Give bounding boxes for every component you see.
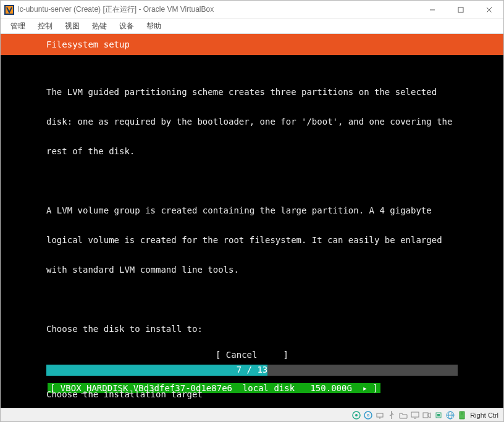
net-icon[interactable] (375, 410, 385, 420)
menu-manage[interactable]: 管理 (4, 19, 32, 34)
virtualbox-icon (4, 5, 14, 15)
cpu-icon[interactable] (434, 410, 443, 420)
svg-point-6 (355, 414, 358, 416)
para1-line3: rest of the disk. (1, 146, 503, 156)
menu-devices[interactable]: 设备 (113, 19, 140, 34)
maximize-button[interactable] (447, 1, 475, 19)
para1-line2: disk: one as required by the bootloader,… (1, 117, 503, 126)
progress-remaining (267, 365, 458, 376)
host-key-label: Right Ctrl (469, 412, 501, 419)
recording-icon[interactable] (422, 410, 432, 420)
para2-line1: A LVM volume group is created containing… (1, 205, 503, 215)
cancel-row: [ Cancel ] (1, 350, 503, 360)
statusbar: Right Ctrl (1, 408, 503, 421)
svg-rect-14 (423, 413, 428, 418)
mouse-capture-icon[interactable] (457, 410, 467, 420)
titlebar: lc-ubuntu-server (Create) [正在运行] - Oracl… (1, 1, 503, 19)
svg-rect-16 (437, 414, 440, 416)
svg-point-11 (391, 411, 392, 412)
vm-screen[interactable]: Filesystem setup The LVM guided partitio… (1, 34, 503, 408)
menu-view[interactable]: 视图 (59, 19, 86, 34)
svg-rect-2 (458, 7, 463, 12)
progress-bar: 7 / 13 (1, 365, 503, 376)
globe-icon[interactable] (445, 410, 455, 420)
choose-disk-line: Choose the disk to install to: (1, 324, 503, 334)
cancel-button[interactable]: [ Cancel ] (216, 350, 288, 360)
installer-header: Filesystem setup (1, 34, 503, 55)
svg-rect-9 (377, 413, 383, 417)
window-title: lc-ubuntu-server (Create) [正在运行] - Oracl… (18, 4, 214, 15)
para2-line3: with standard LVM command line tools. (1, 265, 503, 275)
para1-line1: The LVM guided partitioning scheme creat… (1, 87, 503, 97)
menu-control[interactable]: 控制 (32, 19, 59, 34)
shared-folder-icon[interactable] (398, 410, 408, 420)
menu-help[interactable]: 帮助 (140, 19, 167, 34)
menubar: 管理 控制 视图 热键 设备 帮助 (1, 19, 503, 34)
progress-done (46, 365, 267, 376)
svg-point-8 (368, 414, 369, 416)
display-icon[interactable] (410, 410, 420, 420)
svg-rect-12 (411, 412, 419, 417)
para2-line2: logical volume is created for the root f… (1, 235, 503, 245)
minimize-button[interactable] (418, 1, 447, 19)
cd-icon[interactable] (363, 410, 373, 420)
hint-line: Choose the installation target (46, 389, 203, 399)
close-button[interactable] (475, 1, 503, 19)
installer-header-text: Filesystem setup (46, 39, 130, 49)
menu-hotkeys[interactable]: 热键 (86, 19, 113, 34)
hd-icon[interactable] (351, 410, 361, 420)
usb-icon[interactable] (387, 410, 397, 420)
